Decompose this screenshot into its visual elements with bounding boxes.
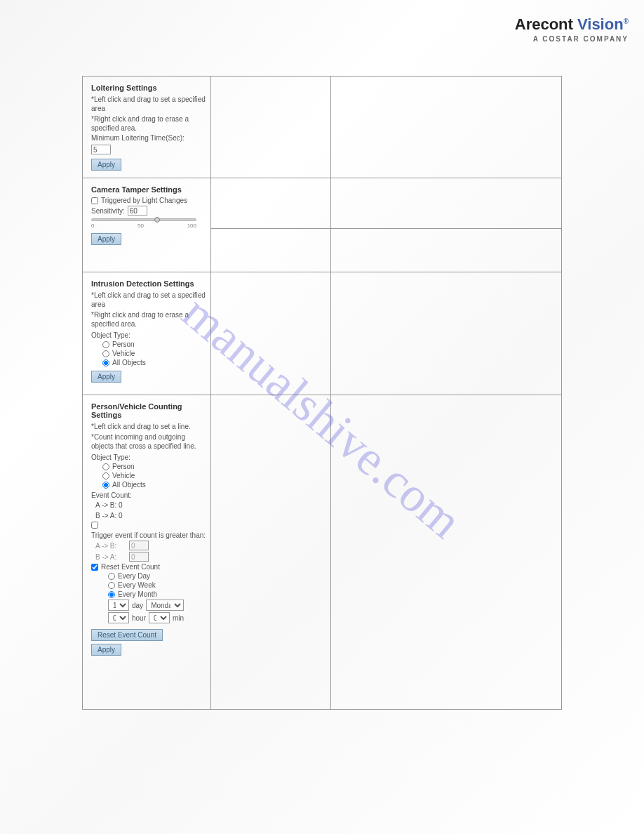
opt-vehicle: Vehicle <box>112 350 135 357</box>
trigger-event-checkbox[interactable] <box>91 522 98 529</box>
loitering-title: Loitering Settings <box>91 84 206 92</box>
min-num-select[interactable]: 0 <box>149 612 170 623</box>
tamper-panel: Camera Tamper Settings Triggered by Ligh… <box>83 178 210 252</box>
counting-title: Person/Vehicle Counting Settings <box>91 402 206 419</box>
count-atob: A -> B: 0 <box>91 501 206 510</box>
min-loitering-input[interactable] <box>91 145 111 154</box>
scale-0: 0 <box>91 223 94 229</box>
min-unit: min <box>173 614 184 622</box>
intrusion-note1: *Left click and drag to set a specified … <box>91 291 206 309</box>
event-count-label: Event Count: <box>91 491 206 499</box>
intrusion-note2: *Right click and drag to erase a specifi… <box>91 310 206 329</box>
opt-vehicle-c: Vehicle <box>112 472 135 479</box>
intrusion-all-radio[interactable] <box>102 359 109 366</box>
brand-logo: Arecont Vision® A COSTAR COMPANY <box>515 15 629 43</box>
counting-note2: *Count incoming and outgoing objects tha… <box>91 432 206 451</box>
btoa-input[interactable] <box>129 552 149 562</box>
every-day-label: Every Day <box>118 572 150 580</box>
hour-num-select[interactable]: 0 <box>108 612 129 623</box>
logo-subtitle: A COSTAR COMPANY <box>515 35 629 43</box>
weekday-select[interactable]: Monday <box>146 600 184 611</box>
intrusion-person-radio[interactable] <box>102 341 109 348</box>
sensitivity-slider[interactable]: 0 50 100 <box>91 218 196 229</box>
reset-count-label: Reset Event Count <box>101 563 160 571</box>
apply-button[interactable]: Apply <box>91 371 121 383</box>
intrusion-panel: Intrusion Detection Settings *Left click… <box>83 272 210 390</box>
every-month-label: Every Month <box>118 590 157 598</box>
every-day-radio[interactable] <box>108 573 115 580</box>
btoa-label: B -> A: <box>95 553 126 561</box>
opt-all-c: All Objects <box>112 481 146 489</box>
day-unit: day <box>132 602 143 609</box>
loitering-note2: *Right click and drag to erase a specifi… <box>91 114 206 133</box>
day-num-select[interactable]: 1 <box>108 600 129 611</box>
logo-reg: ® <box>624 18 629 25</box>
intrusion-title: Intrusion Detection Settings <box>91 279 206 288</box>
every-month-radio[interactable] <box>108 591 115 598</box>
logo-arecont: Arecont <box>515 15 573 33</box>
count-btoa: B -> A: 0 <box>91 511 206 520</box>
loitering-panel: Loitering Settings *Left click and drag … <box>83 77 210 178</box>
sensitivity-label: Sensitivity: <box>91 207 125 215</box>
every-week-radio[interactable] <box>108 582 115 589</box>
counting-person-radio[interactable] <box>102 463 109 470</box>
counting-obj-label: Object Type: <box>91 454 206 461</box>
triggered-light-checkbox[interactable] <box>91 197 98 204</box>
sensitivity-input[interactable] <box>128 206 147 216</box>
intrusion-vehicle-radio[interactable] <box>102 350 109 357</box>
apply-button[interactable]: Apply <box>91 159 121 171</box>
counting-all-radio[interactable] <box>102 482 109 489</box>
counting-note1: *Left click and drag to set a line. <box>91 422 206 431</box>
every-week-label: Every Week <box>118 581 156 589</box>
reset-count-checkbox[interactable] <box>91 564 98 571</box>
counting-vehicle-radio[interactable] <box>102 472 109 479</box>
intrusion-obj-label: Object Type: <box>91 331 206 339</box>
scale-100: 100 <box>187 223 196 229</box>
triggered-light-label: Triggered by Light Changes <box>101 197 187 204</box>
opt-person-c: Person <box>112 463 135 470</box>
atob-label: A -> B: <box>95 542 126 550</box>
atob-input[interactable] <box>129 541 149 550</box>
reset-event-count-button[interactable]: Reset Event Count <box>91 629 163 641</box>
scale-50: 50 <box>137 223 144 229</box>
apply-button[interactable]: Apply <box>91 233 121 245</box>
logo-vision: Vision <box>577 15 624 33</box>
opt-person: Person <box>112 340 135 348</box>
trigger-event-label: Trigger event if count is greater than: <box>91 531 206 539</box>
hour-unit: hour <box>132 614 146 622</box>
apply-button[interactable]: Apply <box>91 644 121 656</box>
loitering-note1: *Left click and drag to set a specified … <box>91 95 206 113</box>
counting-panel: Person/Vehicle Counting Settings *Left c… <box>83 395 210 663</box>
settings-grid: Loitering Settings *Left click and drag … <box>82 76 562 710</box>
tamper-title: Camera Tamper Settings <box>91 185 206 194</box>
min-loitering-label: Minimum Loitering Time(Sec): <box>91 134 185 142</box>
opt-all: All Objects <box>112 359 146 366</box>
